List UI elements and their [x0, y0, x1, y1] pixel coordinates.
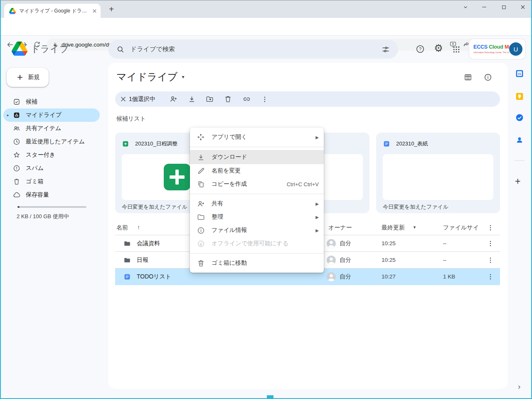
calendar-icon[interactable]: 31 — [515, 69, 524, 78]
svg-text:?: ? — [419, 47, 421, 52]
window-minimize-button[interactable] — [479, 2, 490, 12]
grid-view-icon[interactable] — [464, 73, 472, 81]
menu-item-move-to-trash[interactable]: ゴミ箱に移動 — [190, 256, 324, 270]
pencil-icon — [197, 167, 205, 175]
menu-item-file-info[interactable]: ファイル情報 ▶ — [190, 224, 324, 237]
row-more-icon[interactable] — [487, 256, 494, 264]
expand-arrow-icon[interactable]: ▸ — [7, 113, 9, 117]
sidebar-item-spam[interactable]: スパム — [3, 162, 100, 175]
move-folder-icon[interactable] — [205, 95, 214, 103]
modified-time: 10:25 — [382, 240, 396, 246]
account-avatar[interactable]: U — [509, 42, 522, 56]
tab-title: マイドライブ - Google ドライブ — [19, 7, 89, 15]
row-more-icon[interactable] — [487, 240, 494, 247]
card-file-name: 202310_表紙 — [396, 140, 428, 148]
sidebar-item-my-drive[interactable]: ▸ マイドライブ — [3, 108, 100, 122]
sidebar-item-label: 最近使用したアイテム — [26, 138, 85, 145]
collapse-panel-chevron-icon[interactable]: › — [518, 382, 520, 391]
file-name: 会議資料 — [137, 240, 160, 247]
copy-icon — [197, 180, 205, 188]
owner-avatar — [326, 239, 336, 249]
browser-toolbar: drive.google.com/drive/my-drive U — [0, 18, 532, 36]
get-link-icon[interactable] — [242, 95, 251, 103]
sidebar-item-suggested[interactable]: 候補 — [3, 95, 100, 108]
browser-tabstrip: マイドライブ - Google ドライブ + — [0, 0, 532, 18]
search-tune-icon[interactable] — [382, 45, 390, 54]
sidebar-item-starred[interactable]: スター付き — [3, 148, 100, 162]
plus-icon — [16, 73, 24, 81]
column-options-icon[interactable] — [487, 224, 494, 232]
column-size[interactable]: ファイルサイ — [443, 224, 479, 232]
sidebar-item-label: 保存容量 — [26, 191, 49, 199]
tab-search-chevron-icon[interactable] — [460, 2, 471, 12]
storage-usage-text: 2 KB / 100 GB 使用中 — [17, 213, 69, 220]
share-person-add-icon[interactable] — [169, 95, 177, 103]
row-more-icon[interactable] — [487, 273, 494, 281]
contacts-icon[interactable] — [515, 136, 524, 144]
info-icon[interactable] — [484, 73, 492, 81]
menu-item-organize[interactable]: 整理 ▶ — [190, 210, 324, 224]
brand-word-1: ECCS — [473, 44, 488, 50]
file-size: – — [443, 257, 446, 263]
new-button-label: 新規 — [28, 74, 40, 81]
page-title[interactable]: マイドライブ ▾ — [116, 70, 184, 84]
card-reason-text: 今日変更を加えたファイル — [383, 203, 448, 211]
share-person-add-icon — [197, 200, 205, 208]
people-icon — [13, 125, 20, 132]
menu-item-label: 整理 — [212, 213, 223, 221]
column-modified[interactable]: 最終更新 — [382, 224, 405, 232]
new-button[interactable]: 新規 — [7, 68, 49, 87]
sidebar-item-storage[interactable]: 保存容量 — [3, 188, 100, 202]
column-name[interactable]: 名前 — [116, 224, 128, 232]
submenu-arrow-icon: ▶ — [315, 215, 319, 219]
settings-gear-icon[interactable]: ⚙ — [433, 43, 443, 53]
sidebar-item-trash[interactable]: ゴミ箱 — [3, 175, 100, 188]
download-icon[interactable] — [187, 95, 196, 103]
folder-icon — [123, 256, 131, 264]
account-badge[interactable]: ECCS Cloud Mail Information Technology C… — [469, 39, 525, 59]
window-maximize-button[interactable] — [498, 2, 509, 12]
docs-file-icon — [123, 273, 131, 281]
drive-logo[interactable] — [12, 42, 27, 56]
menu-item-open-with[interactable]: アプリで開く ▶ — [190, 131, 324, 144]
window-close-button[interactable] — [517, 2, 528, 12]
offline-pin-icon — [197, 239, 205, 248]
sidebar-nav: 候補 ▸ マイドライブ 共有アイテム 最近使用したアイテム スター付き — [0, 95, 103, 202]
caret-down-icon: ▾ — [182, 74, 184, 80]
svg-text:31: 31 — [518, 72, 521, 76]
file-size: – — [443, 240, 446, 246]
more-actions-icon[interactable] — [261, 95, 269, 103]
new-tab-button[interactable]: + — [106, 3, 117, 15]
menu-item-label: 名前を変更 — [212, 167, 241, 175]
suggestion-card-3[interactable]: 202310_表紙 今日変更を加えたファイル — [376, 133, 500, 213]
sidebar-item-label: マイドライブ — [26, 111, 62, 119]
sort-ascending-icon[interactable]: ↑ — [137, 224, 140, 231]
app-name: ドライブ — [31, 43, 69, 55]
card-file-name: 202310_日程調整 — [135, 140, 178, 148]
card-thumbnail — [383, 154, 493, 200]
menu-item-download[interactable]: ダウンロード — [190, 150, 324, 164]
card-reason-text: 今日変更を加えたファイル — [122, 203, 187, 211]
page-title-text: マイドライブ — [116, 70, 177, 84]
menu-item-share[interactable]: 共有 ▶ — [190, 197, 324, 210]
column-owner[interactable]: オーナー — [328, 224, 352, 232]
context-menu: アプリで開く ▶ ダウンロード 名前を変更 コピーを作成 Ctrl+C Ctrl… — [190, 128, 324, 273]
sort-descending-icon: ▼ — [413, 225, 416, 229]
help-icon[interactable]: ? — [415, 44, 425, 54]
keep-icon[interactable] — [515, 92, 524, 101]
trash-icon — [197, 259, 205, 267]
trash-icon[interactable] — [224, 95, 232, 103]
apps-grid-icon[interactable] — [451, 44, 461, 54]
tasks-icon[interactable] — [515, 113, 524, 122]
browser-tab[interactable]: マイドライブ - Google ドライブ — [4, 4, 101, 18]
clear-selection-icon[interactable] — [119, 95, 127, 103]
search-input[interactable]: ドライブで検索 — [108, 40, 398, 59]
add-side-app-icon[interactable]: + — [515, 176, 520, 187]
tab-close-icon[interactable] — [92, 8, 97, 14]
sidebar-item-recent[interactable]: 最近使用したアイテム — [3, 135, 100, 148]
menu-item-rename[interactable]: 名前を変更 — [190, 164, 324, 177]
sidebar-item-shared[interactable]: 共有アイテム — [3, 122, 100, 135]
search-icon[interactable] — [116, 45, 125, 54]
menu-item-make-copy[interactable]: コピーを作成 Ctrl+C Ctrl+V — [190, 177, 324, 191]
menu-shortcut: Ctrl+C Ctrl+V — [287, 181, 319, 187]
